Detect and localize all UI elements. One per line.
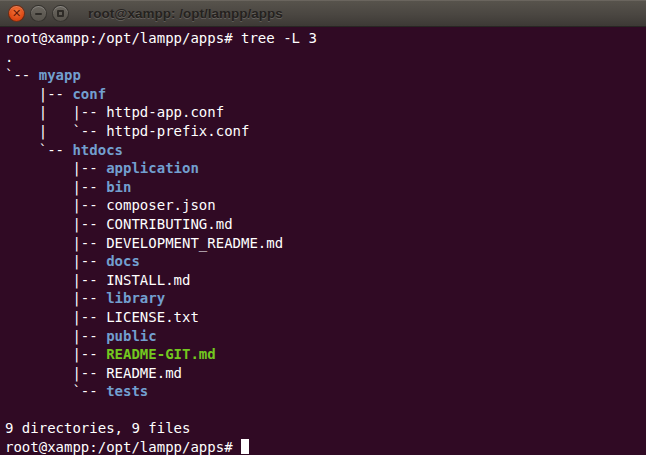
terminal-text: |-- composer.json (5, 197, 216, 213)
directory-name: docs (106, 253, 140, 269)
terminal-text: |-- (5, 179, 106, 195)
directory-name: htdocs (72, 142, 123, 158)
terminal-text: `-- (5, 67, 39, 83)
terminal-line: |-- application (5, 159, 646, 178)
terminal-screen[interactable]: root@xampp:/opt/lampp/apps# tree -L 3.`-… (0, 27, 646, 455)
terminal-line: |-- public (5, 327, 646, 346)
terminal-text: |-- (5, 160, 106, 176)
terminal-line (5, 401, 646, 420)
terminal-text: root@xampp:/opt/lampp/apps# tree -L 3 (5, 30, 317, 46)
terminal-window: ✕ root@xampp: /opt/lampp/apps root@xampp… (0, 0, 646, 455)
directory-name: tests (106, 383, 148, 399)
terminal-cursor (241, 439, 249, 454)
directory-name: conf (72, 86, 106, 102)
terminal-line: |-- CONTRIBUTING.md (5, 215, 646, 234)
terminal-text: |-- (5, 346, 106, 362)
terminal-text: | `-- httpd-prefix.conf (5, 123, 249, 139)
terminal-text: |-- (5, 253, 106, 269)
terminal-text: . (5, 49, 13, 65)
window-title: root@xampp: /opt/lampp/apps (88, 6, 283, 21)
terminal-text: root@xampp:/opt/lampp/apps# (5, 439, 241, 455)
terminal-line: |-- INSTALL.md (5, 271, 646, 290)
terminal-text: |-- (5, 290, 106, 306)
terminal-line: | `-- httpd-prefix.conf (5, 122, 646, 141)
directory-name: library (106, 290, 165, 306)
terminal-line: |-- docs (5, 252, 646, 271)
terminal-line: |-- DEVELOPMENT_README.md (5, 234, 646, 253)
close-button[interactable]: ✕ (8, 5, 25, 22)
terminal-text: `-- (5, 383, 106, 399)
directory-name: bin (106, 179, 131, 195)
terminal-text: |-- LICENSE.txt (5, 309, 199, 325)
minimize-button[interactable] (30, 5, 47, 22)
executable-file-name: README-GIT.md (106, 346, 216, 362)
terminal-line: |-- conf (5, 85, 646, 104)
directory-name: application (106, 160, 199, 176)
terminal-line: `-- tests (5, 382, 646, 401)
terminal-line: | |-- httpd-app.conf (5, 103, 646, 122)
maximize-button[interactable] (52, 5, 69, 22)
terminal-line: |-- LICENSE.txt (5, 308, 646, 327)
directory-name: public (106, 328, 157, 344)
terminal-line: |-- README-GIT.md (5, 345, 646, 364)
terminal-text: |-- README.md (5, 365, 182, 381)
terminal-text: |-- INSTALL.md (5, 272, 190, 288)
terminal-text: |-- DEVELOPMENT_README.md (5, 235, 283, 251)
terminal-line: . (5, 48, 646, 67)
terminal-text: |-- (5, 86, 72, 102)
terminal-text: |-- CONTRIBUTING.md (5, 216, 233, 232)
terminal-line: |-- bin (5, 178, 646, 197)
terminal-text: `-- (5, 142, 72, 158)
maximize-icon (57, 10, 64, 17)
terminal-line: |-- library (5, 289, 646, 308)
terminal-line: `-- myapp (5, 66, 646, 85)
terminal-line: root@xampp:/opt/lampp/apps# (5, 438, 646, 455)
window-titlebar[interactable]: ✕ root@xampp: /opt/lampp/apps (0, 0, 646, 27)
terminal-text: 9 directories, 9 files (5, 420, 190, 436)
minimize-icon (35, 13, 42, 15)
terminal-line: `-- htdocs (5, 141, 646, 160)
close-icon: ✕ (12, 8, 21, 19)
terminal-line: |-- composer.json (5, 196, 646, 215)
terminal-line: root@xampp:/opt/lampp/apps# tree -L 3 (5, 29, 646, 48)
terminal-line: |-- README.md (5, 364, 646, 383)
terminal-text: | |-- httpd-app.conf (5, 104, 224, 120)
directory-name: myapp (39, 67, 81, 83)
terminal-line: 9 directories, 9 files (5, 419, 646, 438)
terminal-text: |-- (5, 328, 106, 344)
